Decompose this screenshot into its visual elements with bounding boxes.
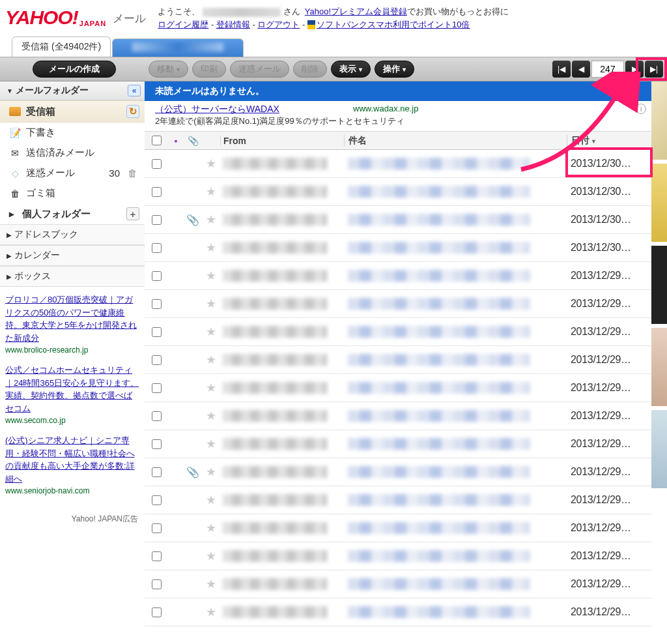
row-checkbox[interactable] [152,187,162,197]
sidebar-calendar[interactable]: ▶カレンダー [0,245,145,266]
mail-row[interactable]: ★ 2013/12/29… [145,598,651,626]
right-ad-item[interactable] [651,328,667,406]
premium-link[interactable]: Yahoo!プレミアム会員登録 [305,7,407,16]
logout-link[interactable]: ログアウト [257,20,300,29]
right-ad-item[interactable] [651,410,667,488]
folder-personal[interactable]: ▶ 個人フォルダー + [0,203,145,224]
mail-row[interactable]: ★ 2013/12/29… [145,346,651,374]
first-page-button[interactable]: |◀ [552,61,571,78]
mail-row[interactable]: ★ 2013/12/30… [145,234,651,262]
row-star[interactable]: ★ [202,325,220,339]
tab-inbox[interactable]: 受信箱 (全49402件) [12,37,111,57]
col-attachment[interactable]: 📎 [184,136,202,146]
row-checkbox[interactable] [152,523,162,533]
add-folder-button[interactable]: + [126,207,139,220]
col-date[interactable]: 日付▼ [567,135,651,147]
row-star[interactable]: ★ [202,605,220,619]
sidebar-box[interactable]: ▶ボックス [0,266,145,287]
ad-link[interactable]: (公式)シニア求人ナビ｜シニア専用・経験不問・幅広い職種!社会への貢献度も高い大… [5,435,135,484]
empty-spam-button[interactable]: 🗑 [128,168,139,179]
mail-row[interactable]: ★ 2013/12/29… [145,514,651,542]
sidebar-ad-item[interactable]: (公式)シニア求人ナビ｜シニア専用・経験不問・幅広い職種!社会への貢献度も高い大… [5,434,139,497]
row-checkbox[interactable] [152,411,162,421]
row-star[interactable]: ★ [202,465,220,479]
folder-spam[interactable]: ◇ 迷惑メール 30 🗑 [0,163,145,183]
row-checkbox[interactable] [152,551,162,561]
row-checkbox[interactable] [152,607,162,617]
sponsor-title[interactable]: （公式）サーバーならWADAX [155,104,279,114]
tab-message[interactable] [112,38,244,57]
login-history-link[interactable]: ログイン履歴 [158,20,208,29]
mail-row[interactable]: ★ 2013/12/29… [145,570,651,598]
right-ad-item[interactable] [651,164,667,242]
mail-row[interactable]: ★ 2013/12/29… [145,318,651,346]
row-star[interactable]: ★ [202,493,220,507]
folder-trash[interactable]: 🗑 ゴミ箱 [0,183,145,203]
row-star[interactable]: ★ [202,241,220,255]
mail-row[interactable]: ★ 2013/12/30… [145,150,651,178]
row-checkbox[interactable] [152,355,162,365]
row-star[interactable]: ★ [202,297,220,311]
logo[interactable]: YAHOO! JAPAN メール [1,4,150,31]
move-button[interactable]: 移動▾ [149,61,188,78]
row-checkbox[interactable] [152,467,162,477]
row-star[interactable]: ★ [202,353,220,367]
mail-row[interactable]: ★ 2013/12/29… [145,262,651,290]
row-star[interactable]: ★ [202,156,220,171]
sidebar-ad-item[interactable]: 公式／セコムホームセキュリティ｜24時間365日安心を見守ります。実績、契約件数… [5,364,139,426]
col-flag[interactable]: ▪ [168,136,184,146]
right-ad-item[interactable] [651,246,667,324]
folder-inbox[interactable]: 受信箱 ↻ [0,100,145,123]
col-subject[interactable]: 件名 [344,135,567,147]
right-ad-item[interactable] [651,81,667,160]
sidebar-folders-header[interactable]: ▼メールフォルダー « [0,81,145,100]
col-checkbox[interactable] [145,136,168,145]
print-button[interactable]: 印刷 [192,61,226,78]
row-star[interactable]: ★ [202,212,220,227]
row-checkbox[interactable] [152,495,162,505]
folder-sent[interactable]: ✉ 送信済みメール [0,143,145,163]
operation-button[interactable]: 操作▾ [375,61,414,78]
refresh-button[interactable]: ↻ [126,105,139,118]
row-checkbox[interactable] [152,271,162,281]
next-page-button[interactable]: ▶ [625,61,644,78]
sidebar-ad-item[interactable]: ブロリコ／80万個販売突破｜アガリクスの50倍のパワーで健康維持。東京大学と5年… [5,293,139,356]
mail-row[interactable]: ★ 2013/12/29… [145,486,651,514]
mail-row[interactable]: ★ 2013/12/29… [145,290,651,318]
row-checkbox[interactable] [152,439,162,449]
row-star[interactable]: ★ [202,381,220,395]
delete-button[interactable]: 削除 [293,61,327,78]
mail-row[interactable]: ★ 2013/12/29… [145,542,651,570]
prev-page-button[interactable]: ◀ [572,61,590,78]
compose-button[interactable]: メールの作成 [33,61,116,78]
select-all-checkbox[interactable] [152,136,162,145]
mail-row[interactable]: ★ 2013/12/29… [145,430,651,458]
folder-drafts[interactable]: 📝 下書き [0,123,145,143]
row-checkbox[interactable] [152,243,162,253]
ad-link[interactable]: ブロリコ／80万個販売突破｜アガリクスの50倍のパワーで健康維持。東京大学と5年… [5,295,137,343]
row-checkbox[interactable] [152,159,162,169]
row-star[interactable]: ★ [202,184,220,199]
row-checkbox[interactable] [152,579,162,589]
row-checkbox[interactable] [152,327,162,337]
mail-row[interactable]: 📎 ★ 2013/12/30… [145,206,651,234]
row-star[interactable]: ★ [202,437,220,451]
ad-link[interactable]: 公式／セコムホームセキュリティ｜24時間365日安心を見守ります。実績、契約件数… [5,365,139,413]
row-star[interactable]: ★ [202,521,220,535]
row-star[interactable]: ★ [202,409,220,423]
collapse-sidebar-button[interactable]: « [128,85,141,96]
mail-row[interactable]: ★ 2013/12/30… [145,178,651,206]
row-checkbox[interactable] [152,215,162,225]
page-input[interactable] [591,61,624,78]
row-star[interactable]: ★ [202,549,220,563]
sidebar-address[interactable]: ▶アドレスブック [0,224,145,245]
mail-row[interactable]: 📎 ★ 2013/12/29… [145,458,651,486]
ad-info-icon[interactable]: i [636,104,646,114]
row-star[interactable]: ★ [202,577,220,591]
spam-button[interactable]: 迷惑メール [230,61,289,78]
mail-row[interactable]: ★ 2013/12/29… [145,402,651,430]
row-star[interactable]: ★ [202,269,220,283]
row-checkbox[interactable] [152,383,162,393]
last-page-button[interactable]: ▶| [645,61,663,78]
display-button[interactable]: 表示▾ [331,61,371,78]
